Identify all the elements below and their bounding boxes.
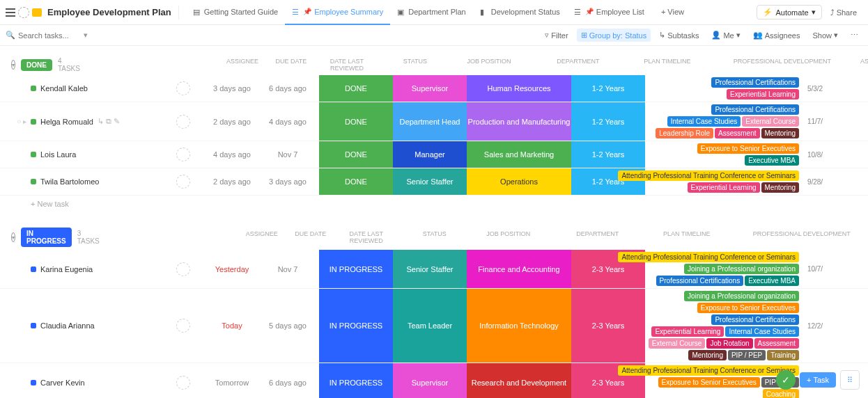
task-name-cell[interactable]: Claudia Arianna xyxy=(26,289,159,363)
menu-icon[interactable] xyxy=(6,8,15,17)
department-cell[interactable]: Production and Manufacturing xyxy=(467,102,571,141)
professional-development-cell[interactable]: Professional CertificationsExperiential … xyxy=(645,75,801,102)
pd-tag[interactable]: Attending Professional Training Conferen… xyxy=(618,365,799,376)
pd-tag[interactable]: Joining a Professional organization xyxy=(684,291,799,301)
assignee-cell[interactable] xyxy=(159,250,208,288)
assignee-cell[interactable] xyxy=(159,141,208,168)
date-reviewed-cell[interactable]: 3 days ago xyxy=(256,168,319,195)
task-row[interactable]: Kendall Kaleb 3 days ago 6 days ago DONE… xyxy=(0,75,868,102)
more-icon[interactable]: ⋯ xyxy=(846,29,862,42)
due-date-cell[interactable]: 2 days ago xyxy=(208,168,256,195)
task-row[interactable]: ○ ▸ Helga Romuald ↳ ⧉ ✎ 2 days ago 4 day… xyxy=(0,102,868,141)
pd-tag[interactable]: Executive MBA xyxy=(745,276,799,286)
row-controls[interactable]: ○ ▸ xyxy=(0,102,26,141)
avatar-icon[interactable] xyxy=(176,262,190,276)
avatar-icon[interactable] xyxy=(176,148,190,161)
assignee-cell[interactable] xyxy=(159,102,208,141)
pd-tag[interactable]: External Course xyxy=(742,116,799,127)
due-date-cell[interactable]: Yesterday xyxy=(208,250,256,288)
task-row[interactable]: Carver Kevin Tomorrow 6 days ago IN PROG… xyxy=(0,363,868,398)
professional-development-cell[interactable]: Attending Professional Training Conferen… xyxy=(645,250,801,288)
department-cell[interactable]: Sales and Marketing xyxy=(467,141,571,168)
avatar-icon[interactable] xyxy=(176,319,190,333)
help-button[interactable]: ✓ xyxy=(776,370,796,390)
status-cell[interactable]: DONE xyxy=(319,102,393,141)
pd-tag[interactable]: Experiential Learning xyxy=(688,182,760,193)
task-name-cell[interactable]: Helga Romuald ↳ ⧉ ✎ xyxy=(26,102,159,141)
task-name-cell[interactable]: Kendall Kaleb xyxy=(26,75,159,102)
collapse-icon[interactable]: ▾ xyxy=(11,60,15,70)
automate-button[interactable]: ⚡ Automate ▾ xyxy=(757,5,821,19)
pd-tag[interactable]: PIP / PEP xyxy=(728,350,766,360)
date-reviewed-cell[interactable]: Nov 7 xyxy=(256,141,319,168)
status-cell[interactable]: IN PROGRESS xyxy=(319,363,393,398)
row-controls[interactable] xyxy=(0,250,26,288)
pd-tag[interactable]: Professional Certifications xyxy=(656,276,744,286)
assignees-button[interactable]: 👥 Assignees xyxy=(749,29,805,42)
pd-tag[interactable]: Assessment xyxy=(715,128,759,138)
assignee-cell[interactable] xyxy=(159,75,208,102)
task-row[interactable]: Claudia Arianna Today 5 days ago IN PROG… xyxy=(0,289,868,363)
task-name-cell[interactable]: Carver Kevin xyxy=(26,363,159,398)
job-position-cell[interactable]: Department Head xyxy=(393,102,467,141)
view-tab-employee-summary[interactable]: ☰📌Employee Summary xyxy=(285,0,390,25)
avatar-icon[interactable] xyxy=(176,81,190,95)
view-tab-employee-list[interactable]: ☰📌Employee List xyxy=(567,0,651,25)
pd-tag[interactable]: Leadership Role xyxy=(656,128,713,138)
pd-tag[interactable]: Experiential Learning xyxy=(651,326,724,337)
pd-tag[interactable]: Exposure to Senior Executives xyxy=(697,303,799,313)
pd-tag[interactable]: Experiential Learning xyxy=(727,89,799,100)
plan-timeline-cell[interactable]: 2-3 Years xyxy=(571,289,645,363)
status-badge[interactable]: IN PROGRESS xyxy=(21,228,72,247)
pd-tag[interactable]: Job Rotation xyxy=(706,338,752,349)
task-row[interactable]: Karina Eugenia Yesterday Nov 7 IN PROGRE… xyxy=(0,250,868,289)
professional-development-cell[interactable]: Attending Professional Training Conferen… xyxy=(645,168,801,195)
job-position-cell[interactable]: Senior Staffer xyxy=(393,168,467,195)
row-controls[interactable] xyxy=(0,141,26,168)
due-date-cell[interactable]: 2 days ago xyxy=(208,102,256,141)
pd-tag[interactable]: Exposure to Senior Executives xyxy=(658,377,760,388)
search-box[interactable]: 🔍 ▾ xyxy=(6,31,88,40)
view-tab-department-plan[interactable]: ▣Department Plan xyxy=(390,0,473,25)
chevron-down-icon[interactable]: ▾ xyxy=(84,31,88,40)
pd-tag[interactable]: Professional Certifications xyxy=(711,77,799,88)
assessment-cell[interactable]: 11/7/ xyxy=(801,102,829,141)
department-cell[interactable]: Operations xyxy=(467,168,571,195)
pd-tag[interactable]: Attending Professional Training Conferen… xyxy=(618,170,799,181)
pd-tag[interactable]: Mentoring xyxy=(761,182,799,193)
status-badge[interactable]: DONE xyxy=(21,59,52,71)
date-reviewed-cell[interactable]: 6 days ago xyxy=(256,363,319,398)
due-date-cell[interactable]: 3 days ago xyxy=(208,75,256,102)
avatar-icon[interactable] xyxy=(176,175,190,189)
pd-tag[interactable]: Training xyxy=(767,350,799,360)
assessment-cell[interactable]: 10/7/ xyxy=(801,250,829,288)
plan-timeline-cell[interactable]: 1-2 Years xyxy=(571,75,645,102)
assignee-cell[interactable] xyxy=(159,168,208,195)
pd-tag[interactable]: Joining a Professional organization xyxy=(684,264,799,274)
task-name-cell[interactable]: Twila Bartolomeo xyxy=(26,168,159,195)
pd-tag[interactable]: Coaching xyxy=(763,389,799,398)
pd-tag[interactable]: Professional Certifications xyxy=(711,315,799,325)
date-reviewed-cell[interactable]: 4 days ago xyxy=(256,102,319,141)
new-task-link[interactable]: + New task xyxy=(0,196,868,212)
task-row[interactable]: Lois Laura 4 days ago Nov 7 DONE Manager… xyxy=(0,141,868,168)
status-cell[interactable]: DONE xyxy=(319,168,393,195)
plan-timeline-cell[interactable]: 1-2 Years xyxy=(571,141,645,168)
professional-development-cell[interactable]: Joining a Professional organizationExpos… xyxy=(645,289,801,363)
assessment-cell[interactable]: 9/28/ xyxy=(801,168,829,195)
job-position-cell[interactable]: Supervisor xyxy=(393,363,467,398)
new-task-button[interactable]: + Task xyxy=(800,372,836,388)
collapse-icon[interactable]: ▾ xyxy=(11,232,15,242)
pd-tag[interactable]: Mentoring xyxy=(688,350,726,360)
add-view-button[interactable]: + View xyxy=(654,0,691,25)
assignee-cell[interactable] xyxy=(159,363,208,398)
view-tab-getting-started-guide[interactable]: ▤Getting Started Guide xyxy=(186,0,285,25)
department-cell[interactable]: Information Technology xyxy=(467,289,571,363)
pd-tag[interactable]: Exposure to Senior Executives xyxy=(697,143,799,154)
job-position-cell[interactable]: Team Leader xyxy=(393,289,467,363)
pd-tag[interactable]: Assessment xyxy=(754,338,799,349)
status-cell[interactable]: IN PROGRESS xyxy=(319,289,393,363)
row-controls[interactable] xyxy=(0,168,26,195)
avatar-icon[interactable] xyxy=(176,115,190,129)
job-position-cell[interactable]: Manager xyxy=(393,141,467,168)
